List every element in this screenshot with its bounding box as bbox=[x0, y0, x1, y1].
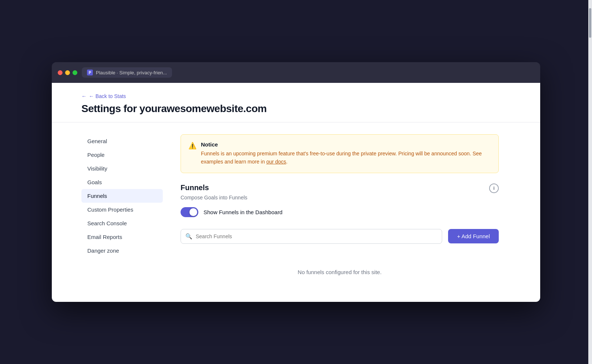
info-icon[interactable]: i bbox=[489, 183, 499, 193]
section-subtitle: Compose Goals into Funnels bbox=[181, 195, 499, 200]
maximize-button[interactable] bbox=[73, 70, 77, 75]
section-header: Funnels i bbox=[181, 183, 499, 193]
notice-content: Notice Funnels is an upcoming premium fe… bbox=[201, 141, 491, 166]
empty-state: No funnels configured for this site. bbox=[181, 254, 499, 290]
page-wrapper: ← ← Back to Stats Settings for youraweso… bbox=[52, 83, 540, 301]
sidebar: General People Visibility Goals Funnels bbox=[81, 134, 163, 290]
funnels-toggle[interactable] bbox=[181, 207, 198, 217]
browser-tab[interactable]: P Plausible · Simple, privacy-frien... bbox=[82, 67, 172, 78]
main-content: ⚠️ Notice Funnels is an upcoming premium… bbox=[181, 134, 499, 290]
notice-text-before: Funnels is an upcoming premium feature t… bbox=[201, 151, 482, 165]
toggle-row: Show Funnels in the Dashboard bbox=[181, 207, 499, 217]
back-link-label: ← Back to Stats bbox=[89, 93, 126, 99]
sidebar-item-visibility[interactable]: Visibility bbox=[81, 162, 163, 175]
notice-text: Funnels is an upcoming premium feature t… bbox=[201, 150, 491, 166]
search-funnels-input[interactable] bbox=[181, 229, 442, 244]
content-area: General People Visibility Goals Funnels bbox=[52, 122, 540, 301]
back-link[interactable]: ← ← Back to Stats bbox=[81, 93, 511, 99]
toggle-knob bbox=[189, 208, 197, 216]
notice-text-after: . bbox=[286, 159, 287, 165]
sidebar-item-email-reports[interactable]: Email Reports bbox=[81, 230, 163, 244]
back-arrow-icon: ← bbox=[81, 93, 87, 99]
tab-favicon: P bbox=[87, 70, 93, 75]
notice-title: Notice bbox=[201, 141, 491, 148]
sidebar-nav: General People Visibility Goals Funnels bbox=[81, 134, 163, 257]
sidebar-item-general[interactable]: General bbox=[81, 134, 163, 148]
section-title: Funnels bbox=[181, 183, 209, 192]
notice-box: ⚠️ Notice Funnels is an upcoming premium… bbox=[181, 134, 499, 173]
page-title: Settings for yourawesomewebsite.com bbox=[81, 103, 511, 115]
sidebar-item-search-console[interactable]: Search Console bbox=[81, 216, 163, 230]
search-icon: 🔍 bbox=[185, 233, 192, 240]
sidebar-item-custom-properties[interactable]: Custom Properties bbox=[81, 203, 163, 216]
search-add-row: 🔍 + Add Funnel bbox=[181, 229, 499, 244]
add-funnel-button[interactable]: + Add Funnel bbox=[448, 229, 499, 243]
tab-title: Plausible · Simple, privacy-frien... bbox=[96, 70, 167, 75]
sidebar-item-goals[interactable]: Goals bbox=[81, 175, 163, 189]
sidebar-item-people[interactable]: People bbox=[81, 148, 163, 162]
notice-docs-link[interactable]: our docs bbox=[266, 159, 286, 165]
toggle-label: Show Funnels in the Dashboard bbox=[204, 209, 282, 215]
search-box: 🔍 bbox=[181, 229, 442, 244]
browser-window: P Plausible · Simple, privacy-frien... ←… bbox=[52, 62, 540, 301]
warning-icon: ⚠️ bbox=[188, 142, 196, 166]
close-button[interactable] bbox=[58, 70, 63, 75]
traffic-lights bbox=[58, 70, 77, 75]
empty-state-text: No funnels configured for this site. bbox=[298, 269, 382, 275]
sidebar-item-danger-zone[interactable]: Danger zone bbox=[81, 244, 163, 257]
minimize-button[interactable] bbox=[65, 70, 70, 75]
section-title-wrapper: Funnels bbox=[181, 183, 209, 192]
header-section: ← ← Back to Stats Settings for youraweso… bbox=[52, 83, 540, 122]
titlebar: P Plausible · Simple, privacy-frien... bbox=[52, 62, 540, 83]
sidebar-item-funnels[interactable]: Funnels bbox=[81, 189, 163, 203]
